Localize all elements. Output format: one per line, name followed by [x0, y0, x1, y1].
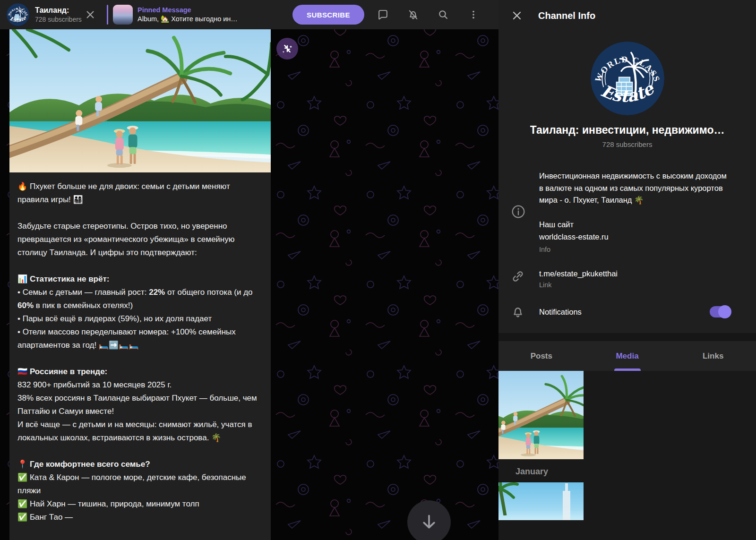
close-panel-icon[interactable]	[511, 9, 523, 22]
channel-subscribers: 728 subscribers	[602, 140, 653, 148]
message-paragraph: Забудьте старые стереотипы. Остров тихо,…	[17, 220, 263, 259]
pinned-message-preview: Album, 🏡 Хотите выгодно ин…	[137, 15, 238, 23]
bell-icon	[511, 305, 539, 319]
tab-media[interactable]: Media	[584, 341, 670, 371]
channel-logo[interactable]	[591, 42, 664, 115]
pinned-indicator-bar	[107, 5, 108, 25]
media-grid: January	[498, 371, 756, 540]
pinned-message-label: Pinned Message	[137, 6, 238, 14]
channel-link-row[interactable]: t.me/estate_pkuketthai Link	[498, 269, 756, 289]
channel-avatar[interactable]	[7, 3, 29, 26]
chat-area: Таиланд: 728 subscribers Pinned Message …	[0, 0, 498, 540]
site-url[interactable]: worldclass-estate.ru	[539, 231, 744, 243]
notifications-label: Notifications	[539, 308, 582, 317]
shared-media-tabs: PostsMediaLinks	[498, 341, 756, 371]
panel-header: Channel Info	[498, 0, 756, 31]
message-photo[interactable]	[9, 29, 271, 172]
toggle-knob	[718, 305, 731, 318]
scroll-to-bottom-button[interactable]	[407, 500, 451, 540]
collapse-chat-button[interactable]	[276, 38, 298, 60]
chat-title: Таиланд:	[35, 6, 82, 15]
channel-info-panel: Channel Info Таиланд: инвестиции, недвиж…	[498, 0, 756, 540]
media-thumbnail-1[interactable]	[498, 371, 584, 459]
media-month-label: January	[498, 459, 756, 482]
close-chat-icon[interactable]	[84, 9, 96, 21]
arrow-down-icon	[420, 513, 438, 531]
search-icon[interactable]	[437, 9, 449, 21]
thumbnail-palm	[498, 482, 529, 515]
notifications-toggle[interactable]	[710, 306, 730, 317]
tab-posts[interactable]: Posts	[498, 341, 584, 371]
pinned-message-bar[interactable]: Pinned Message Album, 🏡 Хотите выгодно и…	[107, 5, 238, 25]
link-icon	[511, 269, 539, 289]
message-paragraph: 📍 Где комфортнее всего семье? ✅ Ката & К…	[17, 458, 263, 524]
message-paragraph: 🔥 Пхукет больше не для двоих: семьи с де…	[17, 180, 263, 206]
media-thumbnail-2[interactable]	[498, 482, 584, 520]
channel-profile: Таиланд: инвестиции, недвижимо… 728 subs…	[498, 31, 756, 148]
info-icon	[511, 204, 539, 219]
chat-header: Таиланд: 728 subscribers Pinned Message …	[0, 0, 498, 29]
notifications-row[interactable]: Notifications	[498, 305, 756, 319]
chat-header-icons	[377, 9, 480, 21]
info-caption: Info	[539, 246, 744, 253]
chat-title-block[interactable]: Таиланд: 728 subscribers	[35, 6, 82, 23]
channel-link-url[interactable]: t.me/estate_pkuketthai	[539, 269, 744, 278]
message-paragraph: 🇷🇺 Россияне в тренде: 832 900+ прибытий …	[17, 365, 263, 445]
channel-message[interactable]: 🔥 Пхукет больше не для двоих: семьи с де…	[9, 29, 271, 540]
telegram-app: Таиланд: 728 subscribers Pinned Message …	[0, 0, 756, 540]
chat-subscribers: 728 subscribers	[35, 16, 82, 23]
tab-links[interactable]: Links	[670, 341, 756, 371]
channel-name: Таиланд: инвестиции, недвижимо…	[530, 124, 725, 137]
active-tab-underline	[614, 369, 641, 371]
menu-kebab-icon[interactable]	[467, 9, 480, 21]
pinned-message-thumbnail	[113, 5, 133, 25]
channel-description: Инвестиционная недвижимость с высоким до…	[539, 170, 728, 206]
message-paragraph: 📊 Статистика не врёт: • Семьи с детьми —…	[17, 273, 263, 352]
mute-bell-icon[interactable]	[407, 9, 419, 21]
site-label: Наш сайт	[539, 219, 744, 231]
subscribe-button[interactable]: SUBSCRIBE	[292, 5, 364, 25]
collapse-arrows-icon	[280, 42, 294, 56]
panel-title: Channel Info	[538, 10, 595, 21]
link-caption: Link	[539, 281, 744, 289]
comments-icon[interactable]	[377, 9, 389, 21]
message-text: 🔥 Пхукет больше не для двоих: семьи с де…	[9, 172, 271, 524]
channel-description-row[interactable]: Инвестиционная недвижимость с высоким до…	[498, 170, 756, 253]
section-divider	[498, 333, 756, 341]
thumbnail-tower	[563, 491, 570, 520]
